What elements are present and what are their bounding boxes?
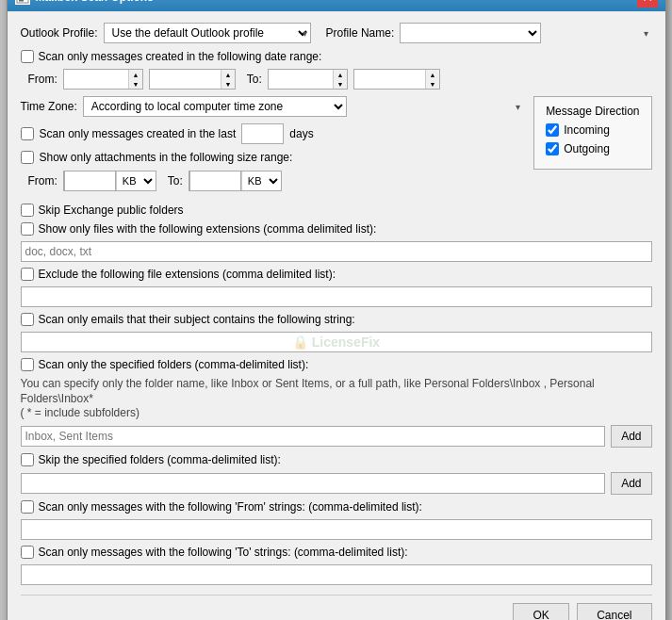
attachment-size-label: Show only attachments in the following s… <box>40 151 293 164</box>
to-time-down[interactable]: ▼ <box>426 79 439 89</box>
from-size-group: 0 KBMBGB <box>63 171 156 191</box>
outgoing-label: Outgoing <box>564 142 610 155</box>
from-to-date-row: From: 3/ 1/2013 ▲ ▼ 12:00:00 AM ▲ ▼ To: … <box>28 69 652 90</box>
from-time-down[interactable]: ▼ <box>221 79 235 89</box>
folders-skip-label: Skip the specified folders (comma-delimi… <box>39 453 281 466</box>
from-size-unit[interactable]: KBMBGB <box>116 171 156 190</box>
from-time-input[interactable]: 12:00:00 AM <box>150 70 221 89</box>
folders-skip-input-row: Add <box>21 472 652 495</box>
last-days-checkbox[interactable] <box>21 127 34 140</box>
to-date-input[interactable]: 4/ 1/2013 <box>269 70 333 89</box>
profile-row: Outlook Profile: Use the default Outlook… <box>21 23 652 43</box>
outgoing-checkbox[interactable] <box>546 142 559 155</box>
svg-rect-3 <box>19 0 24 2</box>
main-window: Mailbox Scan Options ✕ Outlook Profile: … <box>7 0 666 620</box>
from-date-label: From: <box>28 73 57 86</box>
last-days-input[interactable]: 5 <box>241 123 284 144</box>
to-time-spin: ▲ ▼ <box>425 70 439 89</box>
folders-include-section: Scan only the specified folders (comma-d… <box>21 358 652 448</box>
folders-include-checkbox[interactable] <box>21 358 34 371</box>
to-time-input-group: 12:00:00 AM ▲ ▼ <box>353 69 440 90</box>
folders-include-input-row: Add <box>21 425 652 448</box>
to-date-input-group: 4/ 1/2013 ▲ ▼ <box>268 69 348 90</box>
incoming-row: Incoming <box>546 123 639 137</box>
from-strings-checkbox[interactable] <box>21 500 34 514</box>
profile-label: Outlook Profile: <box>21 26 98 40</box>
message-direction-box: Message Direction Incoming Outgoing <box>533 96 651 170</box>
size-from-to-row: From: 0 KBMBGB To: 1000 KBMBGB <box>28 171 525 191</box>
folders-include-input[interactable] <box>21 426 606 447</box>
to-date-label: To: <box>247 73 262 86</box>
attachment-size-checkbox[interactable] <box>21 151 34 164</box>
to-size-group: 1000 KBMBGB <box>188 171 282 191</box>
skip-exchange-label: Skip Exchange public folders <box>39 204 184 217</box>
attachment-size-row: Show only attachments in the following s… <box>21 151 525 164</box>
ok-button[interactable]: OK <box>513 603 569 620</box>
to-time-input[interactable]: 12:00:00 AM <box>354 70 425 89</box>
skip-exchange-checkbox[interactable] <box>21 204 34 217</box>
timezone-dropdown[interactable]: According to local computer time zone <box>83 96 347 117</box>
exclude-extensions-row: Exclude the following file extensions (c… <box>21 268 652 281</box>
exclude-extensions-checkbox[interactable] <box>21 268 34 281</box>
folders-skip-checkbox[interactable] <box>21 453 34 466</box>
date-range-checkbox-row: Scan only messages created in the follow… <box>21 50 652 63</box>
cancel-button[interactable]: Cancel <box>577 603 651 620</box>
folders-include-add-button[interactable]: Add <box>611 425 651 448</box>
from-date-input-group: 3/ 1/2013 ▲ ▼ <box>63 69 143 90</box>
from-date-up[interactable]: ▲ <box>129 70 142 79</box>
to-strings-checkbox[interactable] <box>21 546 34 559</box>
show-extensions-input[interactable] <box>21 241 652 262</box>
profile-dropdown[interactable]: Use the default Outlook profile <box>104 23 311 43</box>
exclude-extensions-label: Exclude the following file extensions (c… <box>39 268 336 281</box>
last-days-label: Scan only messages created in the last <box>40 127 237 140</box>
exclude-extensions-input[interactable] <box>21 286 652 307</box>
date-range-checkbox[interactable] <box>21 50 34 63</box>
bottom-buttons: OK Cancel <box>21 595 652 620</box>
window-title: Mailbox Scan Options <box>36 0 154 4</box>
folders-skip-input[interactable] <box>21 473 606 494</box>
incoming-label: Incoming <box>564 123 610 137</box>
direction-title: Message Direction <box>546 105 639 118</box>
from-date-input[interactable]: 3/ 1/2013 <box>64 70 128 89</box>
to-strings-section: Scan only messages with the following 'T… <box>21 546 652 585</box>
incoming-checkbox[interactable] <box>546 123 559 137</box>
to-date-down[interactable]: ▼ <box>334 79 347 89</box>
show-extensions-checkbox[interactable] <box>21 222 34 236</box>
timezone-label: Time Zone: <box>21 100 77 113</box>
exclude-extensions-section: Exclude the following file extensions (c… <box>21 268 652 307</box>
subject-filter-input[interactable] <box>21 332 652 352</box>
timezone-col: Time Zone: According to local computer t… <box>21 96 525 198</box>
title-bar-left: Mailbox Scan Options <box>15 0 154 5</box>
to-strings-label: Scan only messages with the following 'T… <box>39 546 408 559</box>
to-strings-row: Scan only messages with the following 'T… <box>21 546 652 559</box>
close-button[interactable]: ✕ <box>637 0 658 8</box>
subject-filter-label: Scan only emails that their subject cont… <box>39 313 355 326</box>
subject-filter-checkbox[interactable] <box>21 313 34 326</box>
profile-name-dropdown-wrapper <box>400 23 651 43</box>
from-date-down[interactable]: ▼ <box>129 79 142 89</box>
from-time-up[interactable]: ▲ <box>221 70 235 79</box>
profile-name-label: Profile Name: <box>326 26 395 40</box>
days-label: days <box>289 127 313 140</box>
from-strings-row: Scan only messages with the following 'F… <box>21 500 652 514</box>
from-strings-label: Scan only messages with the following 'F… <box>39 500 422 514</box>
profile-name-dropdown[interactable] <box>400 23 541 43</box>
folders-skip-add-button[interactable]: Add <box>611 472 651 495</box>
size-from-label: From: <box>28 174 57 188</box>
to-size-input[interactable]: 1000 <box>189 171 241 191</box>
from-strings-input[interactable] <box>21 519 652 540</box>
subject-input-wrapper: 🔒 LicenseFix <box>21 332 652 352</box>
to-date-up[interactable]: ▲ <box>334 70 347 79</box>
to-strings-input[interactable] <box>21 564 652 585</box>
from-date-spin: ▲ ▼ <box>128 70 142 89</box>
profile-dropdown-wrapper: Use the default Outlook profile <box>104 23 311 43</box>
to-date-spin: ▲ ▼ <box>333 70 347 89</box>
subject-filter-section: Scan only emails that their subject cont… <box>21 313 652 352</box>
dialog-content: Outlook Profile: Use the default Outlook… <box>8 11 665 620</box>
to-time-up[interactable]: ▲ <box>426 70 439 79</box>
from-size-input[interactable]: 0 <box>64 171 116 191</box>
size-to-label: To: <box>168 174 183 188</box>
to-size-unit[interactable]: KBMBGB <box>241 171 281 190</box>
date-range-label: Scan only messages created in the follow… <box>39 50 322 63</box>
show-extensions-section: Show only files with the following exten… <box>21 222 652 262</box>
